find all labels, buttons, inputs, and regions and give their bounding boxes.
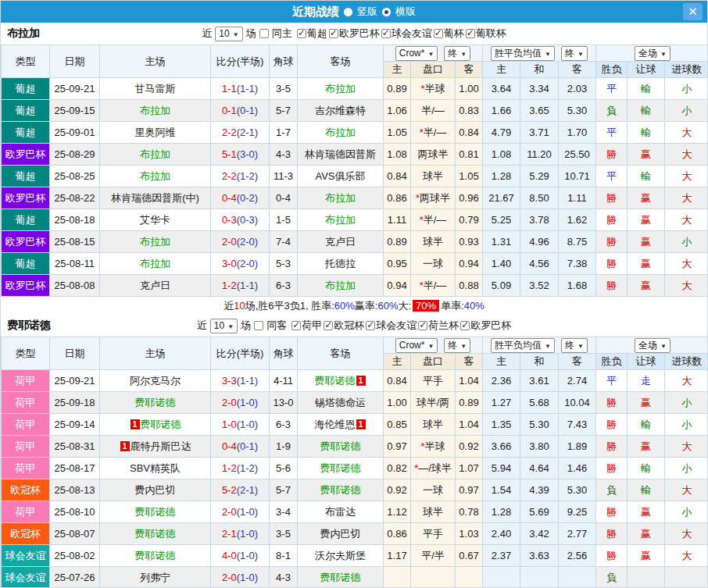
- home-team: 费耶诺德: [100, 392, 211, 414]
- avg-draw-cell: 4.56: [520, 253, 559, 275]
- date-cell: 25-08-11: [50, 253, 100, 275]
- league-checkbox[interactable]: [434, 29, 443, 38]
- col-odds-home: 主: [384, 62, 411, 78]
- goals-total-cell: 大: [665, 166, 708, 187]
- odds-stage-select[interactable]: 终▼: [444, 338, 470, 353]
- recent-count-select[interactable]: 10▼: [215, 27, 242, 41]
- team-label: 克卢日: [325, 236, 356, 248]
- scope-group-header: 全场▼: [596, 45, 708, 62]
- same-venue-checkbox[interactable]: [259, 29, 269, 38]
- away-odds-cell: 0.97: [456, 479, 483, 501]
- avg-draw-cell: 3.42: [520, 523, 559, 545]
- bookmaker-select[interactable]: Crow*▼: [395, 46, 438, 61]
- away-team: 布拉加: [298, 275, 384, 297]
- close-icon[interactable]: ✕: [683, 3, 703, 20]
- corners-cell: 1-5: [270, 209, 298, 231]
- home-odds-cell: 0.89: [384, 231, 411, 253]
- team-label: SBV精英队: [130, 462, 181, 474]
- match-row: 葡超25-08-18艾华卡0-3(0-3)1-5布拉加1.11*半/—0.795…: [2, 209, 708, 231]
- avg-draw-cell: 5.69: [520, 501, 559, 523]
- league-filter-item: 球会友谊: [381, 27, 432, 41]
- goals-total-cell: 大: [665, 209, 708, 231]
- away-odds-cell: 0.81: [456, 144, 483, 166]
- col-home: 主场: [100, 337, 211, 370]
- league-checkbox[interactable]: [381, 29, 391, 38]
- league-checkbox[interactable]: [460, 321, 470, 330]
- corners-cell: 7-4: [270, 231, 298, 253]
- handicap-cell: *半球: [411, 436, 456, 458]
- handicap-result-cell: 輸: [628, 479, 665, 501]
- avg-stage-select[interactable]: 终▼: [561, 338, 588, 353]
- match-scope-select[interactable]: 全场▼: [635, 46, 670, 61]
- games-label: 场: [241, 319, 251, 333]
- avg-odds-select[interactable]: 胜平负均值▼: [491, 46, 555, 61]
- col-away: 客场: [298, 45, 384, 78]
- league-checkbox[interactable]: [418, 321, 427, 330]
- away-odds-cell: 1.05: [456, 166, 483, 187]
- avg-away-cell: 7.38: [559, 253, 596, 275]
- league-checkbox[interactable]: [466, 29, 475, 38]
- handicap-result-cell: 輸: [628, 100, 665, 122]
- fulltime-score: 1-1: [222, 83, 237, 94]
- avg-draw-cell: 5.29: [520, 166, 559, 187]
- col-handicap-result: 让球: [628, 62, 665, 78]
- result-cell: 勝: [596, 545, 628, 567]
- handicap-cell: *半/—: [411, 209, 456, 231]
- match-row: 欧冠杯25-08-13费内巴切5-2(2-1)5-7费耶诺德0.92一球0.97…: [2, 479, 708, 501]
- avg-home-cell: 1.28: [483, 501, 520, 523]
- handicap-result-cell: 輸: [628, 166, 665, 187]
- away-odds-cell: 0.79: [456, 209, 483, 231]
- summary-fragment: 单率:: [441, 299, 464, 313]
- goals-total-cell: [665, 567, 708, 588]
- league-checkbox[interactable]: [291, 321, 301, 330]
- avg-stage-select[interactable]: 终▼: [561, 46, 588, 61]
- vertical-layout-radio[interactable]: [344, 8, 352, 16]
- corners-cell: 5-7: [270, 479, 298, 501]
- chevron-down-icon: ▼: [545, 343, 551, 350]
- avg-home-cell: 1.54: [483, 479, 520, 501]
- score-cell: 4-0(1-0): [211, 545, 270, 567]
- date-cell: 25-08-29: [50, 144, 100, 166]
- handicap-result-cell: 走: [628, 370, 665, 392]
- handicap-cell: [411, 567, 456, 588]
- league-filter-item: 荷甲: [291, 319, 322, 333]
- league-cell: 葡超: [2, 253, 50, 275]
- record-summary: 近10场,胜6平3负1, 胜率:60% 赢率:60% 大:70% 单率:40%: [1, 297, 707, 315]
- panel-title: 近期战绩: [292, 5, 339, 20]
- avg-draw-cell: 3.52: [520, 275, 559, 297]
- away-odds-cell: 1.04: [456, 370, 483, 392]
- avg-odds-select[interactable]: 胜平负均值▼: [491, 338, 555, 353]
- match-row: 欧罗巴杯25-08-08克卢日1-2(1-1)6-3布拉加0.94*半/—0.8…: [2, 275, 708, 297]
- date-cell: 25-09-14: [50, 414, 100, 436]
- bookmaker-select[interactable]: Crow*▼: [395, 338, 438, 353]
- chevron-down-icon: ▼: [233, 31, 239, 38]
- avg-home-cell: 1.28: [483, 166, 520, 187]
- avg-away-cell: 5.30: [559, 100, 596, 122]
- score-cell: 1-2(1-1): [211, 275, 270, 297]
- league-checkbox[interactable]: [366, 321, 375, 330]
- goals-total-cell: 小: [665, 231, 708, 253]
- league-checkbox[interactable]: [297, 29, 306, 38]
- home-team: 费耶诺德: [100, 501, 211, 523]
- fulltime-score: 2-0: [222, 572, 237, 583]
- odds-stage-select[interactable]: 终▼: [444, 46, 470, 61]
- match-scope-select[interactable]: 全场▼: [635, 338, 670, 353]
- same-venue-checkbox[interactable]: [254, 321, 263, 330]
- home-odds-cell: 1.08: [384, 144, 411, 166]
- league-checkbox[interactable]: [324, 321, 333, 330]
- vertical-layout-label[interactable]: 竖版: [357, 5, 377, 19]
- recent-count-select[interactable]: 10▼: [210, 319, 238, 333]
- handicap-result-cell: 輸: [628, 414, 665, 436]
- horizontal-layout-label[interactable]: 横版: [395, 5, 416, 19]
- league-cell: 欧罗巴杯: [2, 275, 50, 297]
- team-label: AVS俱乐部: [315, 170, 365, 182]
- match-row: 葡超25-08-25布拉加2-2(1-2)11-3AVS俱乐部0.84球半1.0…: [2, 166, 708, 187]
- horizontal-layout-radio[interactable]: [382, 8, 391, 16]
- team-filter-bar: 布拉加 近 10▼ 场 同主 葡超欧罗巴杯球会友谊葡杯葡联杯: [1, 23, 707, 45]
- avg-draw-cell: 8.50: [520, 187, 559, 209]
- home-odds-cell: 1.11: [384, 209, 411, 231]
- col-avg-away: 客: [559, 62, 596, 78]
- team-label: 克卢日: [140, 280, 170, 291]
- league-checkbox[interactable]: [329, 29, 338, 38]
- result-cell: 平: [596, 166, 628, 187]
